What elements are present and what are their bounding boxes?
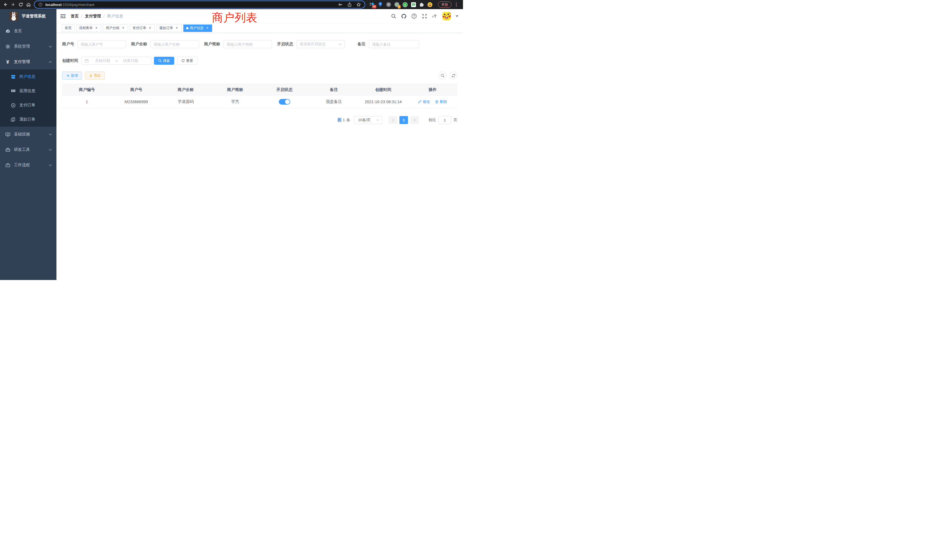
sidebar-item-payment[interactable]: ¥ 支付管理 [0,54,56,70]
extension-chat-icon[interactable] [411,2,416,7]
goto-page-input[interactable] [439,116,451,124]
plus-icon [67,74,70,77]
pay-order-icon: ¥ [11,103,16,108]
edit-link[interactable]: 修改 [418,99,430,104]
page-1-button[interactable]: 1 [399,116,408,124]
merchant-short-label: 商户简称 [204,42,224,47]
col-merchant-no: 商户号 [112,84,161,95]
close-icon[interactable]: × [94,26,98,30]
edit-pencil-icon [418,100,421,103]
date-separator: - [114,59,120,63]
delete-link[interactable]: 删除 [435,99,447,104]
sidebar-logo[interactable]: 芋道管理系统 [0,9,56,23]
sidebar-item-label: 首页 [14,29,22,34]
goto-label: 前往 [428,118,436,123]
close-icon[interactable]: × [121,26,125,30]
extension-recorder-icon[interactable]: 1 [394,2,399,7]
close-icon[interactable]: × [175,26,179,30]
refresh-icon [181,59,185,62]
tab-label: 商户信息 [190,26,204,30]
browser-reload-icon[interactable] [18,2,23,7]
extension-pin-icon[interactable] [378,2,383,7]
prev-page-button[interactable] [389,116,397,124]
address-bar[interactable]: localhost:1024/pay/merchant [35,1,365,8]
grid-icon [11,88,16,94]
tab-home[interactable]: 首页 [62,24,74,32]
url-host: localhost [45,3,62,7]
refresh-table-button[interactable] [449,71,457,80]
tab-merchant-info[interactable]: 商户信息× [183,24,212,32]
cell-remark: 我是备注 [309,95,359,108]
col-remark: 备注 [309,84,359,95]
sidebar-item-pay-order[interactable]: ¥ 支付订单 [0,98,56,112]
site-info-icon[interactable] [38,2,43,7]
fullscreen-icon[interactable] [422,14,427,19]
breadcrumb-payment[interactable]: 支付管理 [85,14,101,19]
extensions-puzzle-icon[interactable] [419,2,424,7]
github-icon[interactable] [401,14,407,19]
sidebar-item-app-info[interactable]: 应用信息 [0,84,56,98]
close-icon[interactable]: × [148,26,152,30]
font-size-icon[interactable]: TT [432,14,437,19]
sidebar-item-merchant-info[interactable]: 商户信息 [0,70,56,84]
browser-menu-icon[interactable] [456,3,457,6]
share-icon[interactable] [347,2,352,7]
reset-button[interactable]: 重置 [177,57,197,65]
col-status: 开启状态 [260,84,309,95]
merchant-no-input[interactable] [81,42,123,47]
sidebar-item-dev-tools[interactable]: 研发工具 [0,142,56,157]
password-key-icon[interactable] [338,2,343,7]
sidebar-item-workflow[interactable]: 工作流程 [0,157,56,173]
status-select[interactable]: 请选择开启状态 [297,40,345,48]
merchant-short-input[interactable] [227,42,269,47]
sidebar-fold-icon[interactable] [60,14,66,19]
create-time-range-picker[interactable]: 开始日期 - 结束日期 [82,57,151,65]
tab-process-form[interactable]: 流程表单× [76,24,101,32]
extension-badge: 1 [398,5,401,9]
merchant-name-input[interactable] [154,42,196,47]
svg-text:?: ? [413,15,415,18]
browser-back-icon[interactable] [3,2,8,7]
svg-text:y: y [404,3,406,6]
sidebar-item-refund-order[interactable]: 退款订单 [0,112,56,127]
sidebar-item-system[interactable]: 系统管理 [0,39,56,54]
close-icon[interactable]: × [205,26,209,30]
col-actions: 操作 [408,84,457,95]
search-button[interactable]: 搜索 [154,57,174,65]
sidebar: 芋道管理系统 首页 系统管理 ¥ 支付管理 [0,9,56,280]
chevron-up-icon [49,61,52,63]
extension-diamond-icon[interactable]: 10 [369,2,375,7]
browser-forward-icon[interactable] [11,2,16,7]
profile-emoji-icon[interactable] [427,2,433,7]
status-toggle[interactable] [279,99,290,104]
add-button[interactable]: 新增 [62,71,82,80]
page-size-select[interactable]: 10条/页 [354,116,382,124]
extension-command-icon[interactable]: ⌘ [386,2,391,7]
extension-y-icon[interactable]: y [402,2,408,7]
tab-user-group[interactable]: 用户分组× [103,24,128,32]
tab-refund-order[interactable]: 退款订单× [156,24,182,32]
avatar-caret-icon[interactable] [455,15,458,17]
browser-home-icon[interactable] [26,2,31,7]
chevron-down-icon [49,133,52,135]
tab-pay-order[interactable]: 支付订单× [130,24,155,32]
sidebar-item-infrastructure[interactable]: 基础设施 [0,127,56,142]
export-button[interactable]: 导出 [85,71,105,80]
tab-label: 支付订单 [133,26,146,30]
status-label: 开启状态 [277,42,297,47]
breadcrumb-home[interactable]: 首页 [71,14,79,19]
search-form-row-2: 创建时间 开始日期 - 结束日期 搜索 重置 [62,57,457,65]
chrome-update-button[interactable]: 更新 [438,2,452,8]
tags-view: 首页 流程表单× 用户分组× 支付订单× 退款订单× 商户信息× [56,23,463,33]
bookmark-star-icon[interactable] [356,2,361,7]
user-avatar-pikachu[interactable] [442,12,451,21]
sidebar-item-home[interactable]: 首页 [0,23,56,39]
remark-input[interactable] [372,42,416,47]
chevron-right-icon [414,119,416,122]
help-icon[interactable]: ? [412,14,417,19]
end-date-placeholder: 结束日期 [120,58,142,63]
hide-search-button[interactable] [439,71,446,80]
col-merchant-id: 商户编号 [62,84,112,95]
header-search-icon[interactable] [391,14,396,19]
next-page-button[interactable] [410,116,419,124]
